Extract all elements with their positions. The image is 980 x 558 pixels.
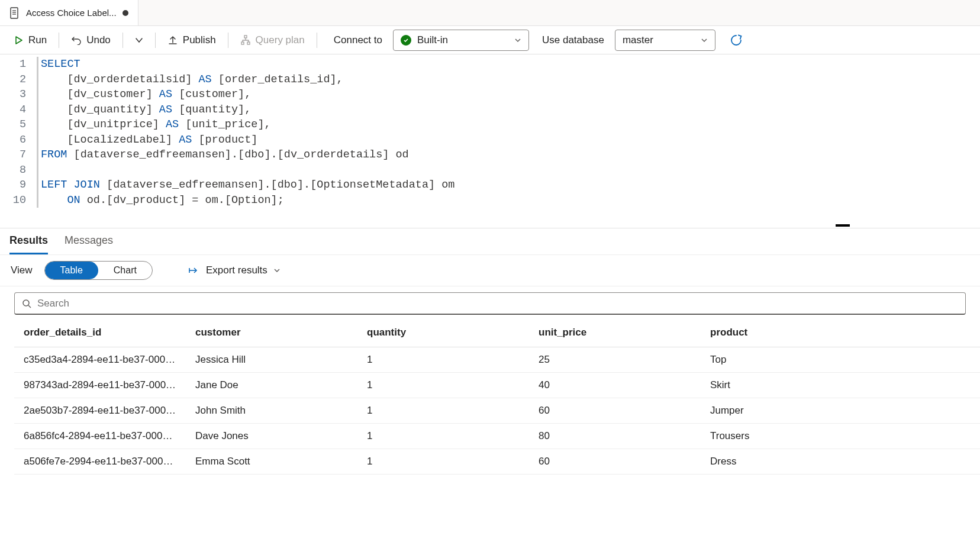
table-cell: 60 xyxy=(529,398,701,424)
table-cell: a506fe7e-2994-ee11-be37-000d... xyxy=(14,449,186,475)
table-cell: 2ae503b7-2894-ee11-be37-000d... xyxy=(14,398,186,424)
separator xyxy=(317,33,317,48)
search-box[interactable] xyxy=(14,292,966,315)
undo-label: Undo xyxy=(86,34,111,46)
chevron-down-icon xyxy=(701,37,708,44)
table-row[interactable]: a506fe7e-2994-ee11-be37-000d...Emma Scot… xyxy=(14,449,980,475)
use-database-label: Use database xyxy=(534,34,610,46)
check-circle-icon xyxy=(401,35,411,46)
separator xyxy=(155,33,156,48)
play-icon xyxy=(14,36,24,45)
publish-button[interactable]: Publish xyxy=(164,32,220,49)
line-number: 1 xyxy=(6,57,26,72)
run-label: Run xyxy=(28,34,47,46)
view-toolbar: View Table Chart Export results xyxy=(0,254,980,286)
svg-marker-4 xyxy=(16,37,22,44)
table-cell: Jane Doe xyxy=(186,373,357,398)
table-cell: 987343ad-2894-ee11-be37-000d... xyxy=(14,373,186,398)
line-number: 5 xyxy=(6,117,26,133)
run-button[interactable]: Run xyxy=(11,32,50,49)
table-cell: Dress xyxy=(701,449,980,475)
export-label: Export results xyxy=(206,265,267,276)
table-header-row: order_details_idcustomerquantityunit_pri… xyxy=(14,318,980,347)
code-content: SELECT [dv_orderdetailsid] AS [order_det… xyxy=(37,57,454,208)
svg-rect-7 xyxy=(247,42,250,44)
separator xyxy=(122,33,123,48)
tab-messages[interactable]: Messages xyxy=(65,234,113,254)
table-cell: c35ed3a4-2894-ee11-be37-000d... xyxy=(14,347,186,373)
table-row[interactable]: 6a856fc4-2894-ee11-be37-000d...Dave Jone… xyxy=(14,424,980,449)
connection-dropdown[interactable]: Built-in xyxy=(393,30,529,51)
undo-icon xyxy=(71,36,82,45)
table-cell: 60 xyxy=(529,449,701,475)
line-number: 2 xyxy=(6,72,26,88)
table-row[interactable]: 987343ad-2894-ee11-be37-000d...Jane Doe1… xyxy=(14,373,980,398)
table-cell: Jumper xyxy=(701,398,980,424)
code-line xyxy=(41,163,454,178)
svg-rect-0 xyxy=(11,8,18,18)
results-table: order_details_idcustomerquantityunit_pri… xyxy=(14,318,980,475)
chevron-down-button[interactable] xyxy=(131,34,147,47)
column-header[interactable]: customer xyxy=(186,318,357,347)
separator xyxy=(228,33,228,48)
table-cell: Trousers xyxy=(701,424,980,449)
line-number: 4 xyxy=(6,102,26,118)
view-table-button[interactable]: Table xyxy=(45,262,98,279)
column-header[interactable]: unit_price xyxy=(529,318,701,347)
tab-title: Access Choice Label... xyxy=(26,8,117,18)
file-tab[interactable]: Access Choice Label... xyxy=(0,0,138,25)
table-body: c35ed3a4-2894-ee11-be37-000d...Jessica H… xyxy=(14,347,980,475)
table-cell: John Smith xyxy=(186,398,357,424)
column-header[interactable]: order_details_id xyxy=(14,318,186,347)
code-line: FROM [dataverse_edfreemansen].[dbo].[dv_… xyxy=(41,147,454,163)
database-dropdown[interactable]: master xyxy=(615,30,715,51)
export-results-button[interactable]: Export results xyxy=(188,265,281,276)
tab-results[interactable]: Results xyxy=(9,234,48,254)
table-cell: 40 xyxy=(529,373,701,398)
svg-rect-6 xyxy=(241,42,244,44)
table-row[interactable]: c35ed3a4-2894-ee11-be37-000d...Jessica H… xyxy=(14,347,980,373)
query-plan-label: Query plan xyxy=(256,34,305,46)
svg-line-11 xyxy=(28,305,31,308)
publish-icon xyxy=(167,35,178,46)
publish-label: Publish xyxy=(183,34,216,46)
code-line: [dv_quantity] AS [quantity], xyxy=(41,102,454,118)
chevron-down-icon xyxy=(514,37,521,44)
table-cell: Jessica Hill xyxy=(186,347,357,373)
search-input[interactable] xyxy=(37,298,958,309)
table-cell: 6a856fc4-2894-ee11-be37-000d... xyxy=(14,424,186,449)
view-label: View xyxy=(11,265,33,276)
table-cell: Top xyxy=(701,347,980,373)
refresh-button[interactable] xyxy=(730,34,743,47)
table-cell: Emma Scott xyxy=(186,449,357,475)
code-line: [dv_orderdetailsid] AS [order_details_id… xyxy=(41,72,454,88)
code-line: ON od.[dv_product] = om.[Option]; xyxy=(41,193,454,208)
connection-value: Built-in xyxy=(417,34,448,46)
code-editor[interactable]: 12345678910 SELECT [dv_orderdetailsid] A… xyxy=(0,54,980,228)
line-number: 9 xyxy=(6,178,26,193)
code-line: LEFT JOIN [dataverse_edfreemansen].[dbo]… xyxy=(41,178,454,193)
table-cell: 1 xyxy=(357,347,529,373)
query-plan-button[interactable]: Query plan xyxy=(237,32,308,49)
undo-button[interactable]: Undo xyxy=(67,32,114,49)
code-line: [dv_customer] AS [customer], xyxy=(41,87,454,102)
table-row[interactable]: 2ae503b7-2894-ee11-be37-000d...John Smit… xyxy=(14,398,980,424)
table-cell: Dave Jones xyxy=(186,424,357,449)
search-icon xyxy=(22,299,31,308)
column-header[interactable]: product xyxy=(701,318,980,347)
search-wrap xyxy=(0,286,980,318)
code-line: [dv_unitprice] AS [unit_price], xyxy=(41,117,454,133)
query-plan-icon xyxy=(240,35,251,46)
separator xyxy=(59,33,59,48)
view-chart-button[interactable]: Chart xyxy=(98,262,152,279)
table-cell: 1 xyxy=(357,449,529,475)
splitter-handle[interactable] xyxy=(836,224,850,227)
unsaved-dot-icon xyxy=(122,10,128,16)
svg-rect-5 xyxy=(244,36,247,38)
chevron-down-icon xyxy=(273,267,281,274)
line-number: 7 xyxy=(6,147,26,163)
line-number: 8 xyxy=(6,163,26,178)
line-number: 10 xyxy=(6,193,26,208)
column-header[interactable]: quantity xyxy=(357,318,529,347)
table-cell: 1 xyxy=(357,398,529,424)
